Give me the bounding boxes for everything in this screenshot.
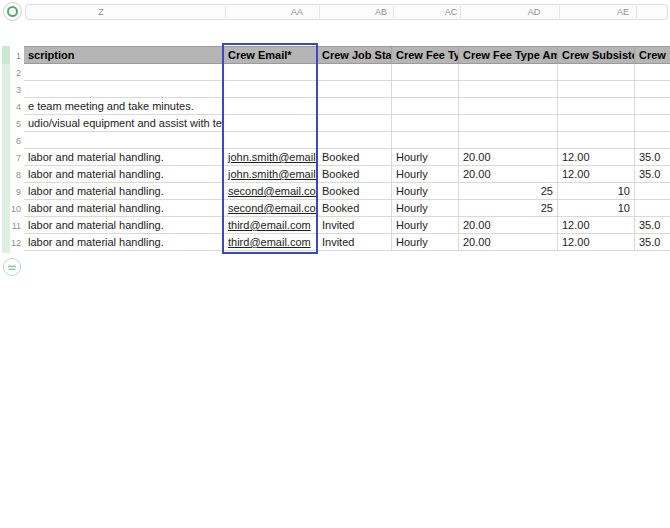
- row-number[interactable]: 11: [0, 221, 21, 231]
- cell-subsistence[interactable]: [558, 81, 635, 98]
- column-letter-ac[interactable]: AC: [434, 5, 468, 19]
- cell-subsistence[interactable]: 12.00: [558, 217, 635, 234]
- cell-email[interactable]: john.smith@email.com: [224, 149, 318, 166]
- cell-extra[interactable]: 35.0: [635, 166, 670, 183]
- cell-description[interactable]: [24, 64, 224, 81]
- row-number[interactable]: 10: [0, 204, 21, 214]
- cell-subsistence[interactable]: 10: [558, 200, 635, 217]
- cell-job-status[interactable]: Booked: [318, 166, 392, 183]
- cell-description[interactable]: labor and material handling.: [24, 183, 224, 200]
- cell-fee-amount[interactable]: 20.00: [459, 149, 558, 166]
- cell-extra[interactable]: 35.0: [635, 149, 670, 166]
- cell-extra[interactable]: 35.0: [635, 217, 670, 234]
- cell-email[interactable]: [224, 81, 318, 98]
- cell-description[interactable]: e team meeting and take minutes.: [24, 98, 224, 115]
- cell-subsistence[interactable]: 12.00: [558, 149, 635, 166]
- cell-fee-type[interactable]: Hourly: [392, 200, 459, 217]
- cell-fee-amount[interactable]: [459, 115, 558, 132]
- cell-fee-type[interactable]: [392, 115, 459, 132]
- cell-email[interactable]: [224, 98, 318, 115]
- cell-description[interactable]: udio/visual equipment and assist with te…: [24, 115, 224, 132]
- cell-description[interactable]: labor and material handling.: [24, 217, 224, 234]
- cell-job-status[interactable]: Invited: [318, 234, 392, 251]
- cell-email[interactable]: john.smith@email.com: [224, 166, 318, 183]
- cell-job-status[interactable]: [318, 81, 392, 98]
- row-number[interactable]: 4: [0, 102, 21, 112]
- row-number[interactable]: 12: [0, 238, 21, 248]
- cell-extra[interactable]: [635, 64, 670, 81]
- header-cell-crew-email[interactable]: Crew Email*: [224, 46, 318, 64]
- cell-description[interactable]: labor and material handling.: [24, 200, 224, 217]
- column-letter-ad[interactable]: AD: [517, 5, 551, 19]
- cell-fee-amount[interactable]: 25: [459, 183, 558, 200]
- cell-fee-amount[interactable]: 20.00: [459, 234, 558, 251]
- cell-email[interactable]: third@email.com: [224, 234, 318, 251]
- column-letter-aa[interactable]: AA: [280, 5, 314, 19]
- cell-fee-type[interactable]: [392, 64, 459, 81]
- cell-job-status[interactable]: Booked: [318, 200, 392, 217]
- cell-subsistence[interactable]: [558, 115, 635, 132]
- cell-description[interactable]: labor and material handling.: [24, 234, 224, 251]
- cell-extra[interactable]: [635, 81, 670, 98]
- cell-extra[interactable]: [635, 98, 670, 115]
- cell-subsistence[interactable]: [558, 64, 635, 81]
- cell-fee-type[interactable]: Hourly: [392, 234, 459, 251]
- row-number[interactable]: 7: [0, 153, 21, 163]
- row-number[interactable]: 8: [0, 170, 21, 180]
- row-number[interactable]: 3: [0, 85, 21, 95]
- header-cell-crew-extra[interactable]: Crew: [635, 46, 670, 64]
- column-letter-z[interactable]: Z: [84, 5, 118, 19]
- cell-subsistence[interactable]: 10: [558, 183, 635, 200]
- cell-email[interactable]: second@email.com: [224, 200, 318, 217]
- cell-job-status[interactable]: Booked: [318, 183, 392, 200]
- table-handle-icon[interactable]: [3, 2, 22, 21]
- header-cell-description[interactable]: scription: [24, 46, 224, 64]
- header-cell-crew-subsistence[interactable]: Crew Subsistence: [558, 46, 635, 64]
- cell-fee-type[interactable]: [392, 132, 459, 149]
- cell-description[interactable]: [24, 132, 224, 149]
- cell-job-status[interactable]: [318, 98, 392, 115]
- cell-fee-amount[interactable]: 20.00: [459, 217, 558, 234]
- cell-fee-amount[interactable]: [459, 98, 558, 115]
- cell-description[interactable]: labor and material handling.: [24, 166, 224, 183]
- cell-job-status[interactable]: [318, 132, 392, 149]
- cell-email[interactable]: second@email.com: [224, 183, 318, 200]
- cell-job-status[interactable]: Invited: [318, 217, 392, 234]
- cell-job-status[interactable]: [318, 64, 392, 81]
- cell-fee-amount[interactable]: 20.00: [459, 166, 558, 183]
- row-number[interactable]: 5: [0, 119, 21, 129]
- cell-email[interactable]: [224, 132, 318, 149]
- header-cell-crew-job-status[interactable]: Crew Job Status: [318, 46, 392, 64]
- row-number[interactable]: 9: [0, 187, 21, 197]
- cell-job-status[interactable]: [318, 115, 392, 132]
- cell-subsistence[interactable]: 12.00: [558, 166, 635, 183]
- cell-fee-amount[interactable]: [459, 64, 558, 81]
- cell-fee-amount[interactable]: [459, 132, 558, 149]
- cell-extra[interactable]: [635, 115, 670, 132]
- column-letter-ae[interactable]: AE: [606, 5, 640, 19]
- cell-fee-type[interactable]: Hourly: [392, 166, 459, 183]
- cell-fee-amount[interactable]: 25: [459, 200, 558, 217]
- cell-email[interactable]: [224, 115, 318, 132]
- row-number[interactable]: 1: [0, 51, 21, 61]
- cell-extra[interactable]: [635, 200, 670, 217]
- cell-extra[interactable]: [635, 183, 670, 200]
- cell-extra[interactable]: [635, 132, 670, 149]
- row-number[interactable]: 2: [0, 68, 21, 78]
- cell-fee-amount[interactable]: [459, 81, 558, 98]
- cell-description[interactable]: [24, 81, 224, 98]
- cell-job-status[interactable]: Booked: [318, 149, 392, 166]
- cell-email[interactable]: [224, 64, 318, 81]
- cell-subsistence[interactable]: [558, 132, 635, 149]
- cell-fee-type[interactable]: Hourly: [392, 183, 459, 200]
- cell-description[interactable]: labor and material handling.: [24, 149, 224, 166]
- cell-email[interactable]: third@email.com: [224, 217, 318, 234]
- cell-fee-type[interactable]: [392, 98, 459, 115]
- header-cell-crew-fee-type[interactable]: Crew Fee Type: [392, 46, 459, 64]
- cell-fee-type[interactable]: Hourly: [392, 217, 459, 234]
- row-number[interactable]: 6: [0, 136, 21, 146]
- cell-subsistence[interactable]: [558, 98, 635, 115]
- cell-fee-type[interactable]: [392, 81, 459, 98]
- cell-fee-type[interactable]: Hourly: [392, 149, 459, 166]
- header-cell-crew-fee-type-amount[interactable]: Crew Fee Type Amount: [459, 46, 558, 64]
